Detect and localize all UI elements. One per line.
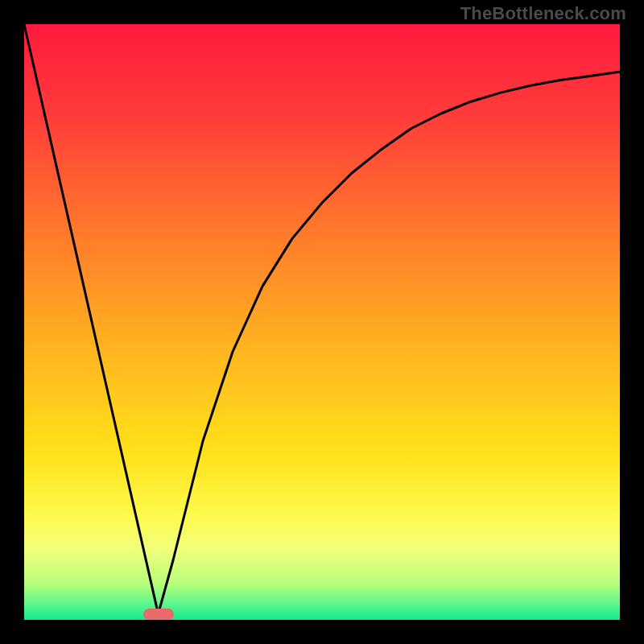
chart-frame: { "watermark": "TheBottleneck.com", "plo…: [0, 0, 644, 644]
watermark-text: TheBottleneck.com: [460, 3, 626, 24]
gradient-background: [24, 24, 620, 620]
minimum-marker: [143, 609, 174, 620]
bottleneck-chart: [0, 0, 644, 644]
